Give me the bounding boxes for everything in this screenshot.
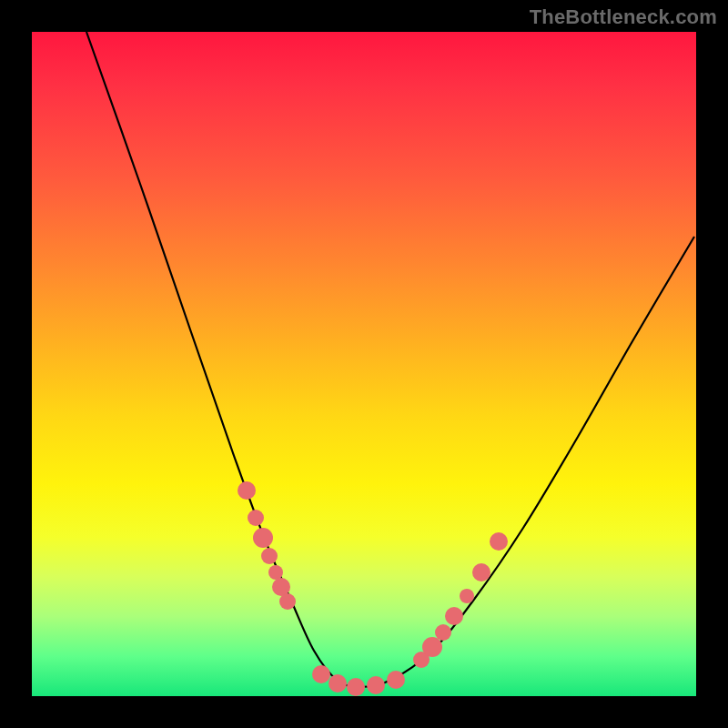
marker-dot bbox=[435, 624, 451, 641]
bottleneck-curve bbox=[86, 32, 694, 687]
marker-dot bbox=[268, 565, 283, 580]
marker-dot bbox=[367, 676, 385, 694]
marker-dot bbox=[312, 665, 330, 683]
marker-dot bbox=[329, 674, 347, 693]
marker-dot bbox=[387, 671, 405, 689]
marker-group bbox=[238, 481, 508, 696]
marker-dot bbox=[445, 607, 463, 625]
chart-frame: TheBottleneck.com bbox=[0, 0, 728, 728]
marker-dot bbox=[248, 510, 264, 526]
watermark-text: TheBottleneck.com bbox=[530, 5, 717, 29]
marker-dot bbox=[460, 589, 474, 603]
marker-dot bbox=[422, 637, 442, 657]
marker-dot bbox=[472, 563, 490, 581]
marker-dot bbox=[238, 481, 256, 500]
marker-dot bbox=[253, 528, 273, 548]
curve-layer bbox=[32, 32, 696, 696]
marker-dot bbox=[490, 532, 508, 551]
plot-area bbox=[32, 32, 696, 696]
marker-dot bbox=[347, 678, 365, 696]
marker-dot bbox=[279, 593, 296, 610]
marker-dot bbox=[261, 548, 278, 564]
